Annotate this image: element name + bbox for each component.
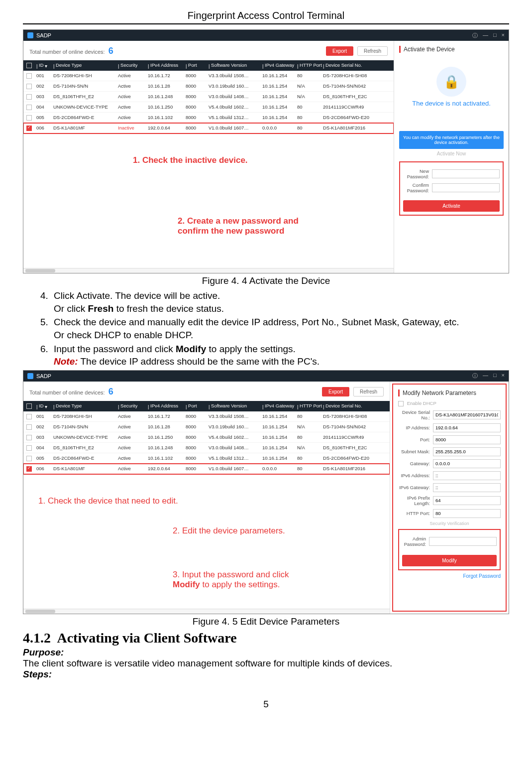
figure-4-4: SADP ⓘ — □ × Total number of online devi… (23, 29, 509, 273)
enable-dhcp-label: Enable DHCP (407, 400, 436, 406)
maximize-icon[interactable]: □ (493, 32, 497, 39)
gw-input[interactable] (433, 459, 501, 468)
sadp-logo-icon (27, 373, 33, 379)
new-password-input[interactable] (432, 169, 500, 178)
annotation-2a: 2. Create a new password and (178, 216, 299, 226)
device-count-label: Total number of online devices: (29, 49, 105, 55)
export-button[interactable]: Export (322, 387, 349, 396)
serial-input[interactable] (433, 410, 501, 419)
device-count-label: Total number of online devices: (29, 390, 105, 395)
confirm-password-input[interactable] (432, 183, 500, 192)
close-icon[interactable]: × (502, 372, 505, 380)
activate-now-text: Activate Now (399, 151, 504, 156)
new-password-label: New Password: (403, 168, 432, 179)
page-header: Fingerprint Access Control Terminal (23, 10, 509, 24)
table-header: | ID ▾ | Device Type | Security | IPv4 A… (23, 401, 390, 411)
port-input[interactable] (433, 435, 501, 444)
row-checkbox[interactable] (26, 126, 32, 131)
sadp-app-name: SADP (36, 373, 51, 379)
row-checkbox[interactable] (26, 84, 32, 89)
modify-button[interactable]: Modify (402, 555, 497, 566)
row-checkbox[interactable] (26, 105, 32, 110)
right-panel-title: Activate the Device (399, 46, 504, 53)
table-row[interactable]: 002DS-7104N-SN/NActive10.16.1.288000V3.0… (23, 422, 390, 432)
step-6: Input the password and click Modify to a… (51, 343, 509, 368)
not-activated-text: The device is not activated. (399, 100, 504, 107)
row-checkbox[interactable] (26, 456, 32, 461)
purpose-label: Purpose: (23, 647, 509, 658)
row-checkbox[interactable] (26, 435, 32, 440)
info-icon[interactable]: ⓘ (472, 32, 478, 39)
minimize-icon[interactable]: — (483, 372, 488, 380)
row-checkbox[interactable] (26, 115, 32, 121)
sadp-app-name: SADP (36, 32, 51, 38)
minimize-icon[interactable]: — (483, 32, 488, 39)
table-row[interactable]: 003DS_8106THFH_E2Active10.16.1.2488000V3… (23, 92, 394, 102)
password-box: New Password: Confirm Password: Activate (399, 161, 504, 216)
table-row[interactable]: 006DS-K1A801MFActive192.0.0.648000V1.0.0… (23, 464, 390, 474)
row-checkbox[interactable] (26, 424, 32, 430)
row-checkbox[interactable] (26, 94, 32, 100)
gw-label: Gateway: (398, 461, 433, 466)
http-label: HTTP Port: (398, 511, 433, 516)
right-panel-title-2: Modify Network Parameters (398, 390, 501, 396)
modify-hint: You can modify the network parameters af… (399, 131, 504, 149)
refresh-button[interactable]: Refresh (353, 387, 384, 396)
prefix-label: IPv6 Prefix Length: (398, 495, 433, 506)
table-row[interactable]: 005DS-2CD864FWD-EActive10.16.1.1028000V5… (23, 453, 390, 464)
ip-input[interactable] (433, 423, 501, 432)
select-all-checkbox[interactable] (26, 63, 32, 68)
forgot-password-link[interactable]: Forgot Password (398, 573, 501, 579)
gw6-input[interactable] (433, 483, 501, 492)
figure-4-4-caption: Figure 4. 4 Activate the Device (23, 275, 509, 286)
http-input[interactable] (433, 509, 501, 518)
select-all-checkbox[interactable] (26, 403, 32, 409)
table-row[interactable]: 002DS-7104N-SN/NActive10.16.1.288000V3.0… (23, 81, 394, 92)
serial-label: Device Serial No.: (398, 409, 433, 420)
sadp-titlebar-2: SADP ⓘ — □ × (23, 371, 509, 382)
step-5: Check the device and manually edit the d… (51, 316, 509, 341)
admin-password-input[interactable] (429, 537, 497, 546)
export-button[interactable]: Export (326, 46, 353, 56)
row-checkbox[interactable] (26, 445, 32, 451)
annotation-2b: confirm the new password (178, 226, 284, 236)
row-checkbox[interactable] (26, 73, 32, 79)
enable-dhcp-checkbox[interactable] (398, 401, 404, 406)
section-heading: 4.1.2 Activating via Client Software (23, 630, 509, 646)
figure-4-5: SADP ⓘ — □ × Total number of online devi… (23, 370, 509, 614)
table-row[interactable]: 004UNKOWN-DEVICE-TYPEActive10.16.1.25080… (23, 102, 394, 113)
annotation-f2-3a: 3. Input the password and click (173, 570, 289, 580)
row-checkbox[interactable] (26, 414, 32, 419)
annotation-f2-3b: Modify to apply the settings. (173, 580, 280, 590)
prefix-input[interactable] (433, 496, 501, 505)
maximize-icon[interactable]: □ (493, 372, 497, 380)
table-row[interactable]: 006DS-K1A801MFInactive192.0.0.648000V1.0… (23, 123, 394, 133)
device-count: 6 (108, 46, 113, 56)
close-icon[interactable]: × (502, 32, 505, 39)
purpose-text: The client software is versatile video m… (23, 658, 509, 669)
annotation-f2-1: 1. Check the device that need to edit. (38, 496, 178, 506)
sadp-logo-icon (27, 32, 33, 38)
ip6-input[interactable] (433, 471, 501, 480)
confirm-password-label: Confirm Password: (403, 182, 432, 193)
refresh-button[interactable]: Refresh (357, 46, 388, 56)
mask-input[interactable] (433, 447, 501, 456)
horizontal-scrollbar[interactable] (25, 610, 55, 613)
table-row[interactable]: 001DS-7208HGHI-SHActive10.16.1.728000V3.… (23, 411, 390, 422)
annotation-f2-2: 2. Edit the device parameters. (173, 526, 285, 536)
table-row[interactable]: 003UNKOWN-DEVICE-TYPEActive10.16.1.25080… (23, 432, 390, 443)
table-row[interactable]: 004DS_8106THFH_E2Active10.16.1.2488000V3… (23, 443, 390, 453)
horizontal-scrollbar[interactable] (25, 269, 55, 272)
row-checkbox[interactable] (26, 466, 32, 472)
ip-label: IP Address: (398, 425, 433, 430)
page-number: 5 (23, 699, 509, 710)
step-4: Click Activate. The device will be activ… (51, 289, 509, 315)
info-icon[interactable]: ⓘ (472, 372, 478, 380)
steps-label: Steps: (23, 669, 509, 680)
table-row[interactable]: 001DS-7208HGHI-SHActive10.16.1.728000V3.… (23, 71, 394, 81)
table-row[interactable]: 005DS-2CD864FWD-EActive10.16.1.1028000V5… (23, 113, 394, 123)
security-verification-label: Security Verification (398, 521, 501, 526)
activate-button[interactable]: Activate (403, 200, 500, 212)
mask-label: Subnet Mask: (398, 449, 433, 454)
annotation-1: 1. Check the inactive device. (133, 155, 248, 165)
